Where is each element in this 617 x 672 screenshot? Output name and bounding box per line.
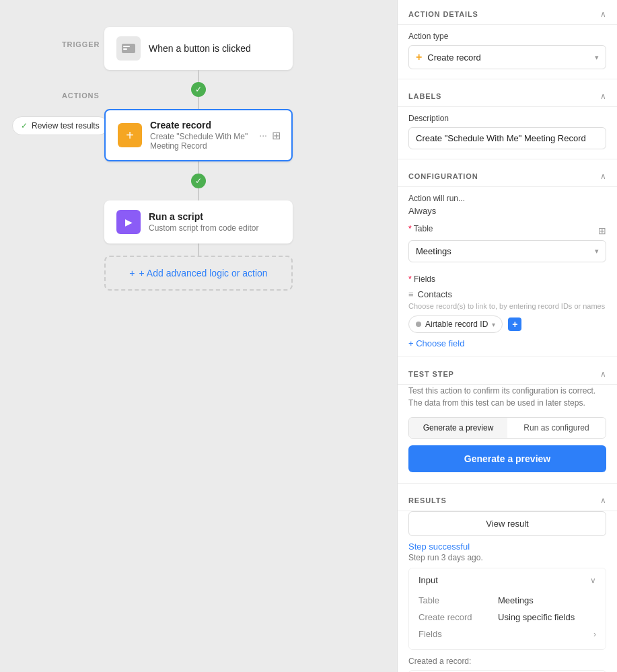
check-icon: ✓ (21, 121, 28, 130)
step-run-ago-label: Step run 3 days ago. (408, 553, 606, 562)
trigger-card[interactable]: When a button is clicked (104, 27, 293, 70)
add-action-node: + + Add advanced logic or action (0, 256, 397, 291)
divider-4 (398, 483, 617, 484)
connector-1 (198, 70, 199, 82)
plus-icon: + (129, 268, 135, 278)
test-step-description: Test this action to confirm its configur… (408, 385, 606, 409)
create-record-result-row: Create record Using specific fields (419, 609, 596, 626)
results-section-header[interactable]: RESULTS ∧ (398, 486, 617, 511)
table-label: Table (408, 224, 433, 233)
record-id-row: Airtable record ID ▾ + (408, 315, 606, 333)
create-record-icon: + (118, 123, 142, 147)
add-record-id-button[interactable]: + (508, 318, 521, 331)
connector-5 (198, 244, 199, 256)
created-record-section: Created a record: ✦ Airtable Record ∨ △ … (408, 657, 606, 672)
generate-preview-button[interactable]: Generate a preview (408, 445, 606, 472)
add-action-label: + Add advanced logic or action (139, 268, 268, 278)
create-record-subtitle: Create "Schedule With Me"Meeting Record (150, 132, 248, 151)
run-script-subtitle: Custom script from code editor (149, 223, 258, 233)
results-chevron: ∧ (600, 496, 606, 505)
test-step-chevron: ∧ (600, 369, 606, 379)
check-icon-1: ✓ (191, 82, 206, 97)
action-details-title: ACTION DETAILS (408, 10, 478, 18)
configuration-section-header[interactable]: CONFIGURATION ∧ (398, 162, 617, 187)
trigger-icon (116, 36, 141, 61)
check-circle-2: ✓ (191, 174, 206, 188)
input-accordion: Input ∨ Table Meetings Create record Usi… (408, 568, 606, 650)
action-details-section-header[interactable]: ACTION DETAILS ∧ (398, 0, 617, 25)
contacts-icon: ≡ (408, 289, 414, 299)
create-record-card[interactable]: + Create record Create "Schedule With Me… (104, 109, 293, 161)
run-script-node: ▶ Run a script Custom script from code e… (0, 200, 397, 244)
connector-4 (198, 188, 199, 200)
review-test-results-button[interactable]: ✓ Review test results (12, 116, 108, 135)
create-record-result-value: Using specific fields (498, 612, 575, 622)
run-script-icon: ▶ (116, 210, 141, 234)
action-expand-button[interactable]: ⊞ (272, 129, 281, 142)
results-title: RESULTS (408, 496, 447, 505)
input-accordion-header[interactable]: Input ∨ (409, 568, 606, 592)
action-type-dropdown[interactable]: + Create record ▾ (408, 45, 606, 69)
check-icon-2: ✓ (191, 174, 206, 188)
input-accordion-body: Table Meetings Create record Using speci… (409, 592, 606, 649)
run-script-card[interactable]: ▶ Run a script Custom script from code e… (104, 200, 293, 244)
fields-result-arrow: › (593, 630, 596, 639)
table-dropdown-group: Meetings ▾ (398, 240, 617, 269)
view-result-button[interactable]: View result (408, 511, 606, 536)
test-step-section-header[interactable]: TEST STEP ∧ (398, 360, 617, 385)
action-type-label: Action type (408, 32, 606, 41)
created-label: Created a record: (408, 657, 606, 666)
actions-label: ACTIONS (62, 91, 100, 100)
trigger-label: TRIGGER (62, 40, 100, 48)
create-record-title: Create record (150, 120, 248, 130)
record-id-pill[interactable]: Airtable record ID ▾ (408, 315, 503, 333)
table-result-key: Table (419, 595, 493, 605)
left-panel: TRIGGER ACTIONS ✓ Review test results Wh… (0, 0, 397, 672)
contacts-row: ≡ Contacts (408, 289, 606, 299)
action-type-group: Action type + Create record ▾ (398, 25, 617, 76)
input-accordion-title: Input (419, 575, 438, 585)
run-script-title: Run a script (149, 211, 258, 222)
table-dropdown[interactable]: Meetings ▾ (408, 240, 606, 262)
record-id-text: Airtable record ID (425, 320, 488, 329)
contacts-hint: Choose record(s) to link to, by entering… (408, 302, 606, 310)
run-as-configured-toggle[interactable]: Run as configured (507, 418, 606, 438)
configuration-title: CONFIGURATION (408, 172, 478, 180)
connector-2 (198, 97, 199, 109)
choose-field-button[interactable]: + Choose field (408, 338, 606, 348)
labels-chevron: ∧ (600, 91, 606, 101)
copy-icon[interactable]: ⊞ (598, 225, 606, 236)
action-will-run-value: Always (408, 206, 606, 216)
yellow-plus-icon: + (416, 51, 422, 63)
add-action-button[interactable]: + + Add advanced logic or action (104, 256, 293, 291)
fields-label: Fields (408, 274, 606, 284)
step-successful-label: Step successful (408, 542, 606, 552)
test-step-title: TEST STEP (408, 370, 454, 378)
contacts-label: Contacts (418, 289, 452, 299)
flow-diagram: When a button is clicked ✓ + Create reco… (0, 27, 397, 291)
choose-field-label: + Choose field (408, 338, 464, 348)
check-circle-1: ✓ (191, 82, 206, 97)
fields-result-row[interactable]: Fields › (419, 626, 596, 642)
action-menu-button[interactable]: ··· (259, 130, 267, 141)
action-type-value: Create record (427, 52, 480, 63)
generate-preview-toggle[interactable]: Generate a preview (409, 418, 507, 438)
description-label: Description (408, 114, 606, 123)
description-input[interactable] (408, 127, 606, 149)
divider-2 (398, 159, 617, 159)
table-chevron: ▾ (595, 247, 599, 256)
labels-section-header[interactable]: LABELS ∧ (398, 82, 617, 107)
action-will-run-group: Action will run... Always (398, 187, 617, 219)
test-step-body: Test this action to confirm its configur… (398, 385, 617, 480)
record-id-chevron: ▾ (492, 321, 495, 328)
record-dot (416, 322, 421, 327)
input-accordion-chevron: ∨ (590, 576, 596, 585)
table-result-row: Table Meetings (419, 592, 596, 609)
right-panel: ACTION DETAILS ∧ Action type + Create re… (397, 0, 617, 672)
trigger-title: When a button is clicked (149, 43, 251, 54)
create-record-content: Create record Create "Schedule With Me"M… (150, 120, 248, 151)
trigger-node: When a button is clicked (0, 27, 397, 70)
fields-result-key: Fields (419, 629, 493, 639)
connector-3 (198, 161, 199, 174)
action-will-run-label: Action will run... (408, 194, 606, 203)
